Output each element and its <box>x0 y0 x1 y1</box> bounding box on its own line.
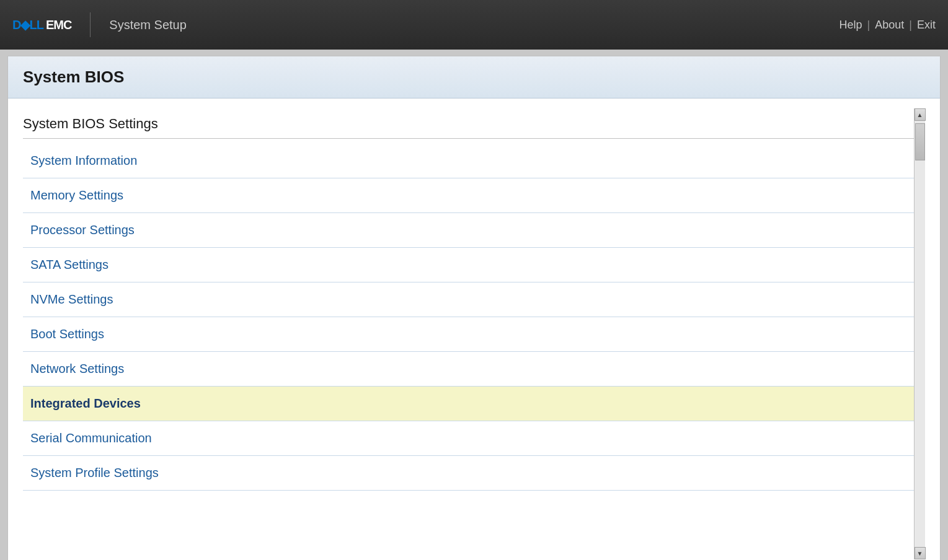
about-link[interactable]: About <box>875 19 904 32</box>
menu-item-sata-settings: SATA Settings <box>23 248 914 282</box>
menu-item-nvme-settings: NVMe Settings <box>23 282 914 317</box>
menu-link-system-information[interactable]: System Information <box>23 144 914 178</box>
scrollbar-thumb[interactable] <box>915 123 925 160</box>
menu-link-memory-settings[interactable]: Memory Settings <box>23 178 914 213</box>
menu-link-sata-settings[interactable]: SATA Settings <box>23 248 914 282</box>
menu-item-system-information: System Information <box>23 144 914 178</box>
scrollbar-down-btn[interactable]: ▼ <box>915 547 926 559</box>
scrollbar-up-btn[interactable]: ▲ <box>915 108 926 121</box>
menu-link-serial-communication[interactable]: Serial Communication <box>23 421 914 456</box>
main-container: System BIOS System BIOS Settings System … <box>7 56 941 560</box>
menu-link-system-profile-settings[interactable]: System Profile Settings <box>23 456 914 491</box>
menu-item-serial-communication: Serial Communication <box>23 421 914 456</box>
settings-divider <box>23 138 914 139</box>
settings-section-title: System BIOS Settings <box>23 116 914 132</box>
logo-area: D◆LLEMC <box>12 17 71 32</box>
scrollbar-thumb-area <box>915 121 925 547</box>
menu-link-integrated-devices[interactable]: Integrated Devices <box>23 387 914 421</box>
menu-item-system-profile-settings: System Profile Settings <box>23 456 914 491</box>
bios-header: System BIOS <box>8 56 940 98</box>
menu-item-integrated-devices: Integrated Devices <box>23 387 914 421</box>
menu-item-boot-settings: Boot Settings <box>23 317 914 352</box>
dell-logo: D◆LL <box>12 17 43 32</box>
menu-item-network-settings: Network Settings <box>23 352 914 387</box>
header-divider <box>90 12 91 37</box>
header-nav: Help | About | Exit <box>839 19 936 32</box>
settings-content: System BIOS Settings System InformationM… <box>23 108 914 559</box>
help-link[interactable]: Help <box>839 19 862 32</box>
menu-item-memory-settings: Memory Settings <box>23 178 914 213</box>
menu-link-boot-settings[interactable]: Boot Settings <box>23 317 914 352</box>
menu-link-network-settings[interactable]: Network Settings <box>23 352 914 387</box>
menu-link-processor-settings[interactable]: Processor Settings <box>23 213 914 248</box>
nav-sep-2: | <box>909 19 912 32</box>
exit-link[interactable]: Exit <box>917 19 936 32</box>
menu-item-processor-settings: Processor Settings <box>23 213 914 248</box>
system-setup-title: System Setup <box>109 18 187 32</box>
bios-header-title: System BIOS <box>23 68 124 86</box>
menu-list: System InformationMemory SettingsProcess… <box>23 144 914 491</box>
settings-section: System BIOS Settings System InformationM… <box>8 98 940 559</box>
menu-link-nvme-settings[interactable]: NVMe Settings <box>23 282 914 317</box>
header: D◆LLEMC System Setup Help | About | Exit <box>0 0 948 50</box>
scrollbar-track: ▲ ▼ <box>914 108 925 559</box>
header-left: D◆LLEMC System Setup <box>12 12 187 37</box>
emc-logo: EMC <box>46 18 71 32</box>
nav-sep-1: | <box>867 19 870 32</box>
